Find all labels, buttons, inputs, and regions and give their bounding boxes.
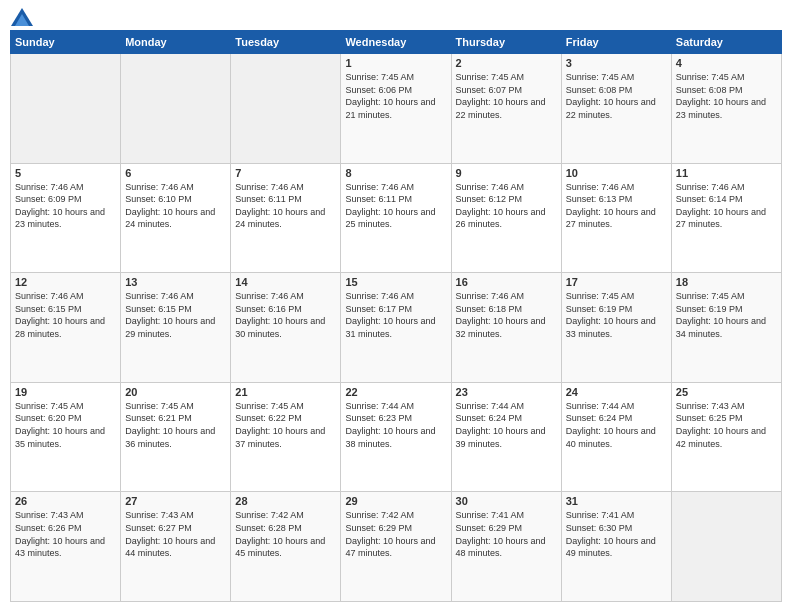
cell-content: Sunrise: 7:43 AMSunset: 6:25 PMDaylight:… (676, 400, 777, 450)
cell-content: Sunrise: 7:45 AMSunset: 6:06 PMDaylight:… (345, 71, 446, 121)
cell-content: Sunrise: 7:41 AMSunset: 6:29 PMDaylight:… (456, 509, 557, 559)
calendar-cell: 17 Sunrise: 7:45 AMSunset: 6:19 PMDaylig… (561, 273, 671, 383)
calendar-cell: 21 Sunrise: 7:45 AMSunset: 6:22 PMDaylig… (231, 382, 341, 492)
cell-content: Sunrise: 7:41 AMSunset: 6:30 PMDaylight:… (566, 509, 667, 559)
calendar-cell: 13 Sunrise: 7:46 AMSunset: 6:15 PMDaylig… (121, 273, 231, 383)
calendar-cell: 23 Sunrise: 7:44 AMSunset: 6:24 PMDaylig… (451, 382, 561, 492)
calendar-cell: 25 Sunrise: 7:43 AMSunset: 6:25 PMDaylig… (671, 382, 781, 492)
weekday-header-saturday: Saturday (671, 31, 781, 54)
calendar-cell: 6 Sunrise: 7:46 AMSunset: 6:10 PMDayligh… (121, 163, 231, 273)
cell-content: Sunrise: 7:46 AMSunset: 6:10 PMDaylight:… (125, 181, 226, 231)
day-number: 19 (15, 386, 116, 398)
calendar-cell: 28 Sunrise: 7:42 AMSunset: 6:28 PMDaylig… (231, 492, 341, 602)
calendar-cell: 29 Sunrise: 7:42 AMSunset: 6:29 PMDaylig… (341, 492, 451, 602)
calendar-cell: 2 Sunrise: 7:45 AMSunset: 6:07 PMDayligh… (451, 54, 561, 164)
cell-content: Sunrise: 7:42 AMSunset: 6:29 PMDaylight:… (345, 509, 446, 559)
cell-content: Sunrise: 7:44 AMSunset: 6:24 PMDaylight:… (566, 400, 667, 450)
day-number: 6 (125, 167, 226, 179)
day-number: 18 (676, 276, 777, 288)
week-row-4: 26 Sunrise: 7:43 AMSunset: 6:26 PMDaylig… (11, 492, 782, 602)
cell-content: Sunrise: 7:45 AMSunset: 6:08 PMDaylight:… (676, 71, 777, 121)
weekday-header-thursday: Thursday (451, 31, 561, 54)
calendar-cell: 11 Sunrise: 7:46 AMSunset: 6:14 PMDaylig… (671, 163, 781, 273)
calendar-cell: 3 Sunrise: 7:45 AMSunset: 6:08 PMDayligh… (561, 54, 671, 164)
cell-content: Sunrise: 7:45 AMSunset: 6:19 PMDaylight:… (566, 290, 667, 340)
calendar-cell: 30 Sunrise: 7:41 AMSunset: 6:29 PMDaylig… (451, 492, 561, 602)
weekday-header-row: SundayMondayTuesdayWednesdayThursdayFrid… (11, 31, 782, 54)
day-number: 16 (456, 276, 557, 288)
day-number: 4 (676, 57, 777, 69)
day-number: 3 (566, 57, 667, 69)
cell-content: Sunrise: 7:46 AMSunset: 6:12 PMDaylight:… (456, 181, 557, 231)
day-number: 14 (235, 276, 336, 288)
day-number: 22 (345, 386, 446, 398)
cell-content: Sunrise: 7:45 AMSunset: 6:22 PMDaylight:… (235, 400, 336, 450)
calendar-cell: 5 Sunrise: 7:46 AMSunset: 6:09 PMDayligh… (11, 163, 121, 273)
calendar-cell: 26 Sunrise: 7:43 AMSunset: 6:26 PMDaylig… (11, 492, 121, 602)
cell-content: Sunrise: 7:46 AMSunset: 6:09 PMDaylight:… (15, 181, 116, 231)
day-number: 24 (566, 386, 667, 398)
weekday-header-friday: Friday (561, 31, 671, 54)
day-number: 17 (566, 276, 667, 288)
calendar-cell: 27 Sunrise: 7:43 AMSunset: 6:27 PMDaylig… (121, 492, 231, 602)
calendar-cell: 12 Sunrise: 7:46 AMSunset: 6:15 PMDaylig… (11, 273, 121, 383)
calendar-cell: 24 Sunrise: 7:44 AMSunset: 6:24 PMDaylig… (561, 382, 671, 492)
weekday-header-wednesday: Wednesday (341, 31, 451, 54)
logo (10, 10, 33, 22)
calendar-cell: 20 Sunrise: 7:45 AMSunset: 6:21 PMDaylig… (121, 382, 231, 492)
day-number: 13 (125, 276, 226, 288)
weekday-header-sunday: Sunday (11, 31, 121, 54)
cell-content: Sunrise: 7:46 AMSunset: 6:17 PMDaylight:… (345, 290, 446, 340)
day-number: 9 (456, 167, 557, 179)
cell-content: Sunrise: 7:46 AMSunset: 6:11 PMDaylight:… (235, 181, 336, 231)
day-number: 27 (125, 495, 226, 507)
calendar-cell (11, 54, 121, 164)
calendar-cell: 1 Sunrise: 7:45 AMSunset: 6:06 PMDayligh… (341, 54, 451, 164)
day-number: 21 (235, 386, 336, 398)
week-row-2: 12 Sunrise: 7:46 AMSunset: 6:15 PMDaylig… (11, 273, 782, 383)
cell-content: Sunrise: 7:46 AMSunset: 6:15 PMDaylight:… (15, 290, 116, 340)
day-number: 29 (345, 495, 446, 507)
cell-content: Sunrise: 7:44 AMSunset: 6:24 PMDaylight:… (456, 400, 557, 450)
day-number: 31 (566, 495, 667, 507)
day-number: 12 (15, 276, 116, 288)
calendar-cell: 31 Sunrise: 7:41 AMSunset: 6:30 PMDaylig… (561, 492, 671, 602)
day-number: 2 (456, 57, 557, 69)
weekday-header-monday: Monday (121, 31, 231, 54)
cell-content: Sunrise: 7:44 AMSunset: 6:23 PMDaylight:… (345, 400, 446, 450)
day-number: 7 (235, 167, 336, 179)
week-row-1: 5 Sunrise: 7:46 AMSunset: 6:09 PMDayligh… (11, 163, 782, 273)
calendar-table: SundayMondayTuesdayWednesdayThursdayFrid… (10, 30, 782, 602)
day-number: 8 (345, 167, 446, 179)
day-number: 10 (566, 167, 667, 179)
day-number: 25 (676, 386, 777, 398)
cell-content: Sunrise: 7:43 AMSunset: 6:26 PMDaylight:… (15, 509, 116, 559)
day-number: 1 (345, 57, 446, 69)
day-number: 28 (235, 495, 336, 507)
day-number: 5 (15, 167, 116, 179)
cell-content: Sunrise: 7:46 AMSunset: 6:11 PMDaylight:… (345, 181, 446, 231)
page: SundayMondayTuesdayWednesdayThursdayFrid… (0, 0, 792, 612)
cell-content: Sunrise: 7:46 AMSunset: 6:18 PMDaylight:… (456, 290, 557, 340)
cell-content: Sunrise: 7:46 AMSunset: 6:15 PMDaylight:… (125, 290, 226, 340)
calendar-cell (671, 492, 781, 602)
day-number: 15 (345, 276, 446, 288)
cell-content: Sunrise: 7:42 AMSunset: 6:28 PMDaylight:… (235, 509, 336, 559)
cell-content: Sunrise: 7:45 AMSunset: 6:21 PMDaylight:… (125, 400, 226, 450)
week-row-0: 1 Sunrise: 7:45 AMSunset: 6:06 PMDayligh… (11, 54, 782, 164)
cell-content: Sunrise: 7:45 AMSunset: 6:08 PMDaylight:… (566, 71, 667, 121)
day-number: 11 (676, 167, 777, 179)
cell-content: Sunrise: 7:45 AMSunset: 6:19 PMDaylight:… (676, 290, 777, 340)
week-row-3: 19 Sunrise: 7:45 AMSunset: 6:20 PMDaylig… (11, 382, 782, 492)
weekday-header-tuesday: Tuesday (231, 31, 341, 54)
day-number: 26 (15, 495, 116, 507)
cell-content: Sunrise: 7:45 AMSunset: 6:20 PMDaylight:… (15, 400, 116, 450)
calendar-cell (121, 54, 231, 164)
calendar-cell: 15 Sunrise: 7:46 AMSunset: 6:17 PMDaylig… (341, 273, 451, 383)
cell-content: Sunrise: 7:45 AMSunset: 6:07 PMDaylight:… (456, 71, 557, 121)
cell-content: Sunrise: 7:46 AMSunset: 6:16 PMDaylight:… (235, 290, 336, 340)
cell-content: Sunrise: 7:46 AMSunset: 6:14 PMDaylight:… (676, 181, 777, 231)
day-number: 23 (456, 386, 557, 398)
header (10, 10, 782, 22)
calendar-cell: 10 Sunrise: 7:46 AMSunset: 6:13 PMDaylig… (561, 163, 671, 273)
